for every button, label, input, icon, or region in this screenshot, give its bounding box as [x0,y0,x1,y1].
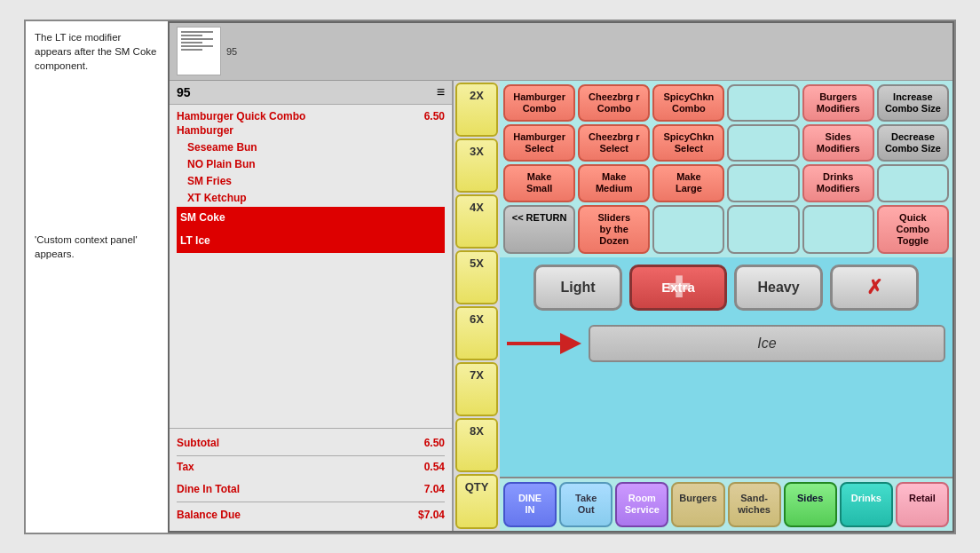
make-small-btn[interactable]: MakeSmall [503,164,575,201]
no-modifier-btn[interactable]: ✗ [830,265,919,311]
multiplier-column: 2X 3X 4X 5X 6X 7X 8X QTY [454,81,500,531]
modifier-row: Light Extra ✚ Heavy ✗ [507,265,945,311]
balance-label: Balance Due [177,506,241,525]
drinks-modifiers-btn[interactable]: DrinksModifiers [802,164,874,201]
hamburger-select-btn[interactable]: HamburgerSelect [503,124,575,162]
order-number: 95 [177,85,191,99]
nav-sides[interactable]: Sides [784,482,837,526]
terminal-number: 95 [226,46,237,57]
ice-section: Ice [507,325,945,362]
order-subitem-no-bun: NO Plain Bun [177,156,445,173]
empty-3 [727,164,799,201]
tax-row: Tax 0.54 [177,458,445,478]
annotation-panel: The LT ice modifier appears after the SM… [26,21,168,533]
subtotal-label: Subtotal [177,434,219,454]
order-items-list: Hamburger Quick Combo 6.50 Hamburger Ses… [170,105,452,429]
mult-4x[interactable]: 4X [455,194,498,249]
dine-in-row: Dine In Total 7.04 [177,480,445,500]
subtotal-value: 6.50 [424,434,445,454]
nav-dine-in[interactable]: DINEIN [503,482,557,526]
order-subitem-fries: SM Fries [177,173,445,190]
right-panel: HamburgerCombo Cheezbrg rCombo SpicyChkn… [500,81,952,531]
order-totals: Subtotal 6.50 Tax 0.54 Dine In Total 7.0… [170,428,452,530]
order-header: 95 ≡ [170,81,452,105]
tax-value: 0.54 [424,458,445,478]
empty-7 [802,205,874,255]
heavy-modifier-btn[interactable]: Heavy [734,265,823,311]
order-subitem-bun: Seseame Bun [177,139,445,156]
pos-terminal: 95 95 ≡ Hamburger Quick Combo 6.50 Hambu… [168,21,954,533]
nav-retail[interactable]: Retail [896,482,949,526]
receipt-icon [177,27,221,75]
bottom-nav: DINEIN TakeOut RoomService Burgers Sand-… [500,477,952,530]
extra-modifier-btn[interactable]: Extra ✚ [629,265,727,311]
order-menu-icon: ≡ [437,84,445,100]
make-medium-btn[interactable]: MakeMedium [578,164,650,201]
combo-price: 6.50 [424,110,445,122]
mult-qty[interactable]: QTY [455,474,498,528]
nav-take-out[interactable]: TakeOut [559,482,612,526]
annotation-text-1: The LT ice modifier appears after the SM… [35,30,159,73]
balance-row: Balance Due $7.04 [177,506,445,525]
decrease-combo-btn[interactable]: DecreaseCombo Size [877,124,949,162]
order-item-combo: Hamburger Quick Combo 6.50 [177,110,445,122]
increase-combo-btn[interactable]: IncreaseCombo Size [877,84,949,122]
subtotal-row: Subtotal 6.50 [177,434,445,454]
button-grid: HamburgerCombo Cheezbrg rCombo SpicyChkn… [500,81,952,258]
cheezbrg-select-btn[interactable]: Cheezbrg rSelect [578,124,650,162]
return-btn[interactable]: << RETURN [503,205,575,255]
pos-body: 95 ≡ Hamburger Quick Combo 6.50 Hamburge… [170,81,952,531]
mult-5x[interactable]: 5X [455,250,498,304]
sides-modifiers-btn[interactable]: SidesModifiers [802,124,874,162]
light-modifier-btn[interactable]: Light [533,265,622,311]
nav-room-service[interactable]: RoomService [615,482,668,526]
empty-4 [877,164,949,201]
spicychkn-select-btn[interactable]: SpicyChknSelect [652,124,724,162]
pos-top-bar: 95 [170,23,952,81]
mult-3x[interactable]: 3X [455,138,498,193]
cheezbrg-combo-btn[interactable]: Cheezbrg rCombo [578,84,650,122]
dine-in-label: Dine In Total [177,480,240,500]
arrow-indicator [507,333,581,354]
context-panel: Light Extra ✚ Heavy ✗ [500,257,952,477]
sliders-dozen-btn[interactable]: Slidersby theDozen [578,205,650,255]
empty-2 [727,124,799,162]
mult-7x[interactable]: 7X [455,362,498,416]
balance-value: $7.04 [418,506,445,525]
nav-sandwiches[interactable]: Sand-wiches [728,482,781,526]
mult-6x[interactable]: 6X [455,306,498,360]
order-selected-coke[interactable]: SM Coke [177,207,445,230]
nav-burgers[interactable]: Burgers [671,482,724,526]
no-x-icon: ✗ [866,276,882,298]
order-panel: 95 ≡ Hamburger Quick Combo 6.50 Hamburge… [170,81,454,531]
hamburger-combo-btn[interactable]: HamburgerCombo [503,84,575,122]
order-selected-ice[interactable]: LT Ice [177,230,445,253]
extra-label: Extra [661,280,695,295]
ice-label-bar: Ice [589,325,945,362]
quick-combo-toggle-btn[interactable]: QuickComboToggle [877,205,949,255]
combo-label: Hamburger Quick Combo [177,110,305,122]
nav-drinks[interactable]: Drinks [840,482,893,526]
empty-1 [727,84,799,122]
annotation-text-2: 'Custom context panel' appears. [35,233,159,261]
empty-5 [652,205,724,255]
dine-in-value: 7.04 [424,480,445,500]
empty-6 [727,205,799,255]
order-item-hamburger: Hamburger [177,122,445,139]
make-large-btn[interactable]: MakeLarge [652,164,724,201]
burgers-modifiers-btn[interactable]: BurgersModifiers [802,84,874,122]
order-subitem-ketchup: XT Ketchup [177,190,445,207]
mult-2x[interactable]: 2X [455,83,498,137]
modifier-section: Light Extra ✚ Heavy ✗ [507,265,945,311]
spicychkn-combo-btn[interactable]: SpicyChknCombo [652,84,724,122]
tax-label: Tax [177,458,194,478]
mult-8x[interactable]: 8X [455,418,498,472]
